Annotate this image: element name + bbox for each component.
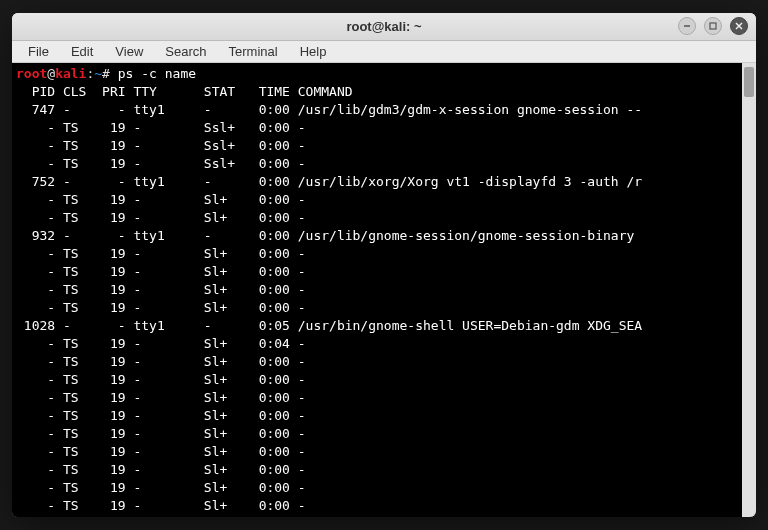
ps-row: - TS 19 - Ssl+ 0:00 - [16,120,306,135]
menu-help[interactable]: Help [290,41,337,62]
maximize-button[interactable] [704,17,722,35]
prompt-command: ps -c name [118,66,196,81]
ps-row: 752 - - tty1 - 0:00 /usr/lib/xorg/Xorg v… [16,174,642,189]
ps-row: - TS 19 - Sl+ 0:00 - [16,390,306,405]
menu-file[interactable]: File [18,41,59,62]
prompt-hash: # [102,66,110,81]
ps-row: - TS 19 - Ssl+ 0:00 - [16,156,306,171]
menubar: File Edit View Search Terminal Help [12,41,756,63]
ps-row: - TS 19 - Sl+ 0:00 - [16,426,306,441]
ps-row: - TS 19 - Sl+ 0:00 - [16,354,306,369]
prompt-user: root [16,66,47,81]
ps-row: - TS 19 - Sl+ 0:00 - [16,462,306,477]
titlebar: root@kali: ~ [12,13,756,41]
ps-row: 1028 - - tty1 - 0:05 /usr/bin/gnome-shel… [16,318,642,333]
shell-prompt: root@kali:~# ps -c name [16,66,196,81]
close-icon [734,21,744,31]
minimize-button[interactable] [678,17,696,35]
prompt-path: ~ [94,66,102,81]
close-button[interactable] [730,17,748,35]
ps-row: - TS 19 - Sl+ 0:00 - [16,498,306,513]
terminal-window: root@kali: ~ File Edit View Search Termi… [12,13,756,517]
terminal-content[interactable]: root@kali:~# ps -c name PID CLS PRI TTY … [12,63,742,517]
ps-row: - TS 19 - Sl+ 0:00 - [16,192,306,207]
ps-row: - TS 19 - Sl+ 0:00 - [16,372,306,387]
ps-row: - TS 19 - Sl+ 0:00 - [16,444,306,459]
ps-row: - TS 19 - Sl+ 0:00 - [16,282,306,297]
ps-row: - TS 19 - Sl+ 0:00 - [16,246,306,261]
minimize-icon [682,21,692,31]
terminal-area: root@kali:~# ps -c name PID CLS PRI TTY … [12,63,756,517]
scrollbar-thumb[interactable] [744,67,754,97]
ps-row: - TS 19 - Sl+ 0:04 - [16,336,306,351]
ps-row: - TS 19 - Sl+ 0:00 - [16,264,306,279]
scrollbar[interactable] [742,63,756,517]
ps-row: 747 - - tty1 - 0:00 /usr/lib/gdm3/gdm-x-… [16,102,642,117]
ps-row: - TS 19 - Sl+ 0:00 - [16,300,306,315]
prompt-host: kali [55,66,86,81]
ps-row: - TS 19 - Sl+ 0:00 - [16,408,306,423]
ps-row: - TS 19 - Sl+ 0:00 - [16,480,306,495]
ps-row: 932 - - tty1 - 0:00 /usr/lib/gnome-sessi… [16,228,642,243]
menu-view[interactable]: View [105,41,153,62]
ps-row: - TS 19 - Ssl+ 0:00 - [16,138,306,153]
window-title: root@kali: ~ [346,19,421,34]
ps-row: - TS 19 - Sl+ 0:00 - [16,210,306,225]
window-controls [678,17,748,35]
prompt-at: @ [47,66,55,81]
maximize-icon [708,21,718,31]
svg-rect-1 [710,23,716,29]
menu-search[interactable]: Search [155,41,216,62]
menu-terminal[interactable]: Terminal [219,41,288,62]
ps-header: PID CLS PRI TTY STAT TIME COMMAND [16,84,353,99]
menu-edit[interactable]: Edit [61,41,103,62]
